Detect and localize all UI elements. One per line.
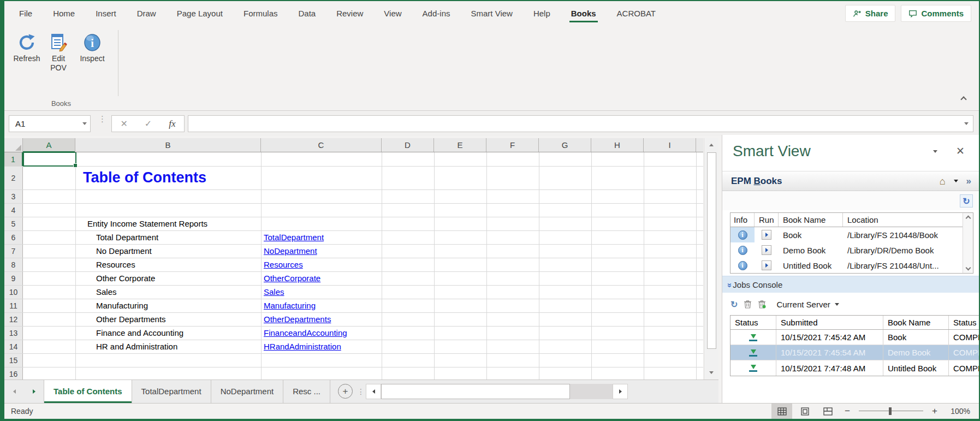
tab-acrobat[interactable]: ACROBAT: [607, 2, 666, 25]
job-row[interactable]: 10/15/2021 7:47:48 AM Untitled Book COMP…: [730, 360, 980, 376]
location-cell[interactable]: /Library/FS 210448/Unt...: [843, 258, 973, 273]
column-header-i[interactable]: I: [644, 138, 696, 152]
zoom-out-button[interactable]: −: [840, 406, 854, 417]
insert-function-button[interactable]: fx: [169, 118, 175, 129]
book-row[interactable]: i Demo Book /Library/DR/Demo Book: [730, 242, 973, 258]
horizontal-scrollbar[interactable]: [366, 384, 628, 399]
scroll-right-button[interactable]: [613, 384, 628, 399]
tab-smart-view[interactable]: Smart View: [460, 2, 522, 25]
info-cell[interactable]: i: [730, 258, 755, 273]
row-header-15[interactable]: 15: [4, 354, 23, 367]
cancel-button[interactable]: ✕: [120, 118, 127, 129]
download-complete-icon[interactable]: [749, 334, 757, 341]
scroll-up-button[interactable]: [704, 138, 718, 152]
row-header-14[interactable]: 14: [4, 340, 23, 353]
info-icon[interactable]: i: [738, 246, 747, 255]
column-header-a[interactable]: A: [23, 138, 75, 152]
column-header-c[interactable]: C: [261, 138, 382, 152]
row-header-8[interactable]: 8: [4, 258, 23, 271]
row-header-5[interactable]: 5: [4, 217, 23, 230]
book-name-cell[interactable]: Demo Book: [779, 242, 843, 258]
entry-hyperlink[interactable]: Sales: [264, 287, 284, 297]
row-header-11[interactable]: 11: [4, 299, 23, 312]
entry-hyperlink[interactable]: HRandAdministration: [264, 342, 341, 351]
col-location[interactable]: Location: [843, 213, 973, 227]
name-box-dropdown-icon[interactable]: [82, 122, 87, 125]
dropdown-icon[interactable]: [954, 180, 958, 182]
delete-all-jobs-icon[interactable]: [758, 300, 766, 309]
column-header-d[interactable]: D: [382, 138, 434, 152]
tab-review[interactable]: Review: [326, 2, 373, 25]
edit-pov-button[interactable]: Edit POV: [45, 31, 72, 73]
page-layout-view-button[interactable]: [794, 404, 815, 419]
job-status-text-cell[interactable]: COMPL: [949, 360, 980, 376]
tab-page-layout[interactable]: Page Layout: [167, 2, 233, 25]
sheet-nav-right-button[interactable]: [24, 380, 44, 403]
tab-file[interactable]: File: [9, 2, 43, 25]
job-row[interactable]: 10/15/2021 7:45:42 AM Book COMPL: [730, 330, 980, 345]
job-status-text-cell[interactable]: COMPL: [949, 330, 980, 345]
row-header-7[interactable]: 7: [4, 245, 23, 258]
refresh-jobs-icon[interactable]: ↻: [730, 299, 738, 310]
info-icon[interactable]: i: [738, 261, 747, 270]
zoom-slider[interactable]: [859, 407, 923, 415]
entry-hyperlink[interactable]: Resources: [264, 260, 303, 269]
row-header-6[interactable]: 6: [4, 231, 23, 244]
refresh-books-button[interactable]: ↻: [960, 194, 973, 207]
book-row[interactable]: i Untitled Book /Library/FS 210448/Unt..…: [730, 258, 973, 273]
expand-formula-bar-icon[interactable]: [964, 122, 969, 125]
row-header-12[interactable]: 12: [4, 313, 23, 326]
entry-hyperlink[interactable]: OtherCorporate: [264, 274, 320, 283]
row-header-4[interactable]: 4: [4, 204, 23, 217]
book-name-cell[interactable]: Untitled Book: [779, 258, 843, 273]
column-header-g[interactable]: G: [539, 138, 591, 152]
refresh-button[interactable]: Refresh: [11, 31, 43, 63]
col-info[interactable]: Info: [730, 213, 755, 227]
row-header-16[interactable]: 16: [4, 367, 23, 380]
col-book-name[interactable]: Book Name: [779, 213, 843, 227]
run-cell[interactable]: [755, 258, 779, 273]
row-header-13[interactable]: 13: [4, 327, 23, 340]
col-status-text[interactable]: Status: [949, 316, 980, 329]
tab-books[interactable]: Books: [561, 2, 607, 25]
book-name-cell[interactable]: Book: [779, 227, 843, 242]
row-header-2[interactable]: 2: [4, 167, 23, 189]
sheet-nav-left-button[interactable]: [4, 380, 24, 403]
tab-draw[interactable]: Draw: [127, 2, 167, 25]
chevron-down-icon[interactable]: [965, 265, 971, 271]
tab-data[interactable]: Data: [288, 2, 326, 25]
select-all-corner[interactable]: [4, 138, 23, 152]
delete-job-icon[interactable]: [744, 300, 752, 309]
zoom-slider-handle[interactable]: [889, 407, 892, 415]
enter-button[interactable]: ✓: [145, 118, 152, 129]
download-complete-icon[interactable]: [749, 364, 757, 372]
column-header-f[interactable]: F: [486, 138, 539, 152]
col-submitted[interactable]: Submitted: [776, 316, 883, 329]
home-icon[interactable]: ⌂: [940, 176, 946, 186]
row-header-1[interactable]: 1: [4, 152, 23, 166]
job-submitted-cell[interactable]: 10/15/2021 7:45:42 AM: [776, 330, 883, 345]
new-sheet-button[interactable]: +: [338, 384, 353, 399]
entry-hyperlink[interactable]: OtherDepartments: [264, 315, 331, 324]
info-icon[interactable]: i: [738, 230, 747, 240]
job-submitted-cell[interactable]: 10/15/2021 7:47:48 AM: [776, 360, 883, 376]
page-break-preview-button[interactable]: [817, 404, 838, 419]
job-book-name-cell[interactable]: Demo Book: [883, 345, 949, 360]
sheet-tab-nodepartment[interactable]: NoDepartment: [211, 380, 284, 403]
entry-hyperlink[interactable]: Manufacturing: [264, 301, 316, 310]
normal-view-button[interactable]: [771, 404, 792, 419]
row-header-9[interactable]: 9: [4, 272, 23, 285]
run-cell[interactable]: [755, 242, 779, 258]
selected-cell-a1[interactable]: [23, 152, 76, 167]
column-header-h[interactable]: H: [591, 138, 644, 152]
tab-home[interactable]: Home: [43, 2, 85, 25]
job-status-text-cell[interactable]: COMPL: [949, 345, 980, 360]
scroll-left-button[interactable]: [366, 384, 381, 399]
chevron-up-icon[interactable]: [965, 216, 971, 221]
location-cell[interactable]: /Library/DR/Demo Book: [843, 242, 973, 258]
tab-help[interactable]: Help: [523, 2, 561, 25]
inspect-button[interactable]: i Inspect: [76, 31, 108, 63]
books-table-scrollbar[interactable]: [963, 213, 973, 273]
horizontal-scrollbar-track[interactable]: [570, 384, 613, 399]
double-chevron-right-icon[interactable]: »: [966, 176, 971, 187]
